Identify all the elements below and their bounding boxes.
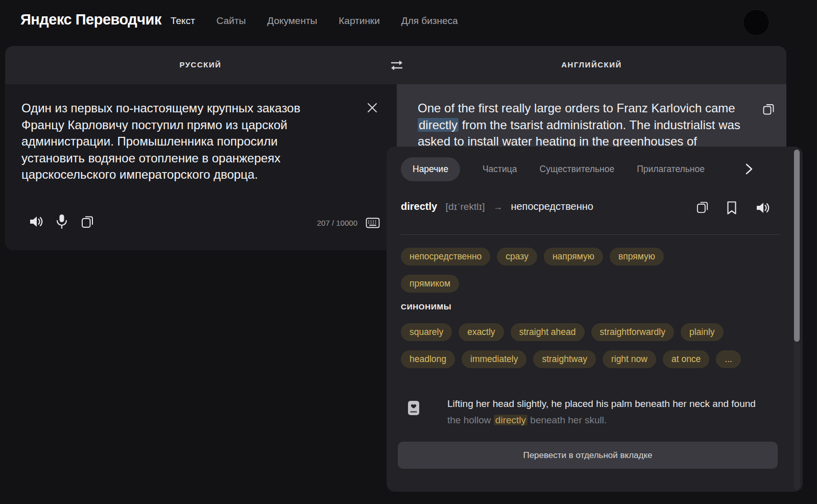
- translation-chip[interactable]: прямиком: [401, 275, 459, 293]
- source-text[interactable]: Один из первых по-настоящему крупных зак…: [21, 100, 328, 183]
- synonym-chip[interactable]: immediately: [462, 350, 526, 368]
- language-bar: РУССКИЙ АНГЛИЙСКИЙ: [5, 46, 786, 84]
- translation-chip[interactable]: напрямую: [544, 248, 603, 266]
- dictionary-popup: Наречие Частица Существительное Прилагат…: [387, 147, 803, 492]
- source-line: Францу Карловичу поступил прямо из царск…: [21, 117, 328, 134]
- entry-word: directly: [401, 201, 437, 212]
- tab-particle[interactable]: Частица: [483, 164, 517, 175]
- copy-source-icon[interactable]: [81, 215, 94, 229]
- top-nav: Текст Сайты Документы Картинки Для бизне…: [171, 15, 458, 27]
- example-highlighted-word: directly: [494, 415, 527, 425]
- translation-chip[interactable]: впрямую: [610, 248, 664, 266]
- translation-chip[interactable]: непосредственно: [401, 248, 490, 266]
- translated-line2: from the tsarist administration. The ind…: [459, 118, 715, 132]
- highlighted-word[interactable]: directly: [418, 118, 459, 132]
- synonym-chip[interactable]: right now: [603, 350, 656, 368]
- listen-source-icon[interactable]: [29, 214, 44, 229]
- example-text: Lifting her head slightly, he placed his…: [447, 396, 777, 428]
- synonym-chip-more[interactable]: ...: [716, 350, 741, 368]
- example-line2: the hollow directly beneath her skull.: [447, 412, 777, 428]
- nav-tab-sites[interactable]: Сайты: [217, 15, 246, 27]
- dictionary-entry: directly [dɪˈrektlɪ] → непосредственно: [401, 201, 789, 218]
- example-before: the hollow: [447, 415, 494, 425]
- synonym-chip[interactable]: squarely: [401, 323, 452, 341]
- bookmark-icon[interactable]: [726, 201, 740, 215]
- listen-entry-icon[interactable]: [755, 201, 770, 215]
- entry-transcription: [dɪˈrektlɪ]: [446, 201, 485, 212]
- popup-scrollbar-thumb[interactable]: [794, 150, 800, 342]
- source-language-button[interactable]: РУССКИЙ: [5, 60, 396, 69]
- open-in-tab-button[interactable]: Перевести в отдельной вкладке: [398, 442, 778, 469]
- synonym-chip[interactable]: at once: [663, 350, 709, 368]
- synonym-chip[interactable]: straightforwardly: [591, 323, 674, 341]
- tab-adjective[interactable]: Прилагательное: [637, 164, 705, 175]
- virtual-keyboard-icon[interactable]: [366, 218, 380, 228]
- translation-chip[interactable]: сразу: [497, 248, 537, 266]
- dictate-microphone-icon[interactable]: [55, 213, 68, 230]
- translated-text[interactable]: One of the first really large orders to …: [418, 100, 756, 150]
- tab-adverb[interactable]: Наречие: [401, 157, 460, 181]
- nav-tab-documents[interactable]: Документы: [267, 15, 317, 27]
- synonym-chip[interactable]: straight ahead: [511, 323, 585, 341]
- synonyms-list: squarely exactly straight ahead straight…: [401, 323, 766, 368]
- translation-variants: непосредственно сразу напрямую впрямую п…: [401, 248, 697, 293]
- synonym-chip[interactable]: straightway: [533, 350, 596, 368]
- copy-entry-icon[interactable]: [696, 201, 710, 215]
- char-counter: 207 / 10000: [271, 219, 357, 227]
- app-logo[interactable]: Яндекс Переводчик: [20, 11, 161, 28]
- example-line1: Lifting her head slightly, he placed his…: [447, 396, 777, 412]
- copy-translation-icon[interactable]: [762, 103, 775, 115]
- nav-tab-images[interactable]: Картинки: [339, 15, 380, 27]
- entry-arrow: →: [493, 202, 502, 212]
- entry-divider: [401, 234, 780, 235]
- example-source-book-icon[interactable]: [408, 400, 419, 416]
- translated-line1: One of the first really large orders to …: [418, 101, 735, 115]
- tab-noun[interactable]: Существительное: [540, 164, 615, 175]
- source-line: администрации. Промышленника попросили: [21, 133, 328, 150]
- nav-tab-business[interactable]: Для бизнеса: [401, 15, 458, 27]
- nav-tab-text[interactable]: Текст: [171, 15, 195, 27]
- entry-main-translation: непосредственно: [511, 201, 593, 212]
- source-line: царскосельского императорского дворца.: [21, 166, 328, 183]
- tabs-scroll-right-icon[interactable]: [744, 162, 754, 176]
- example-after: beneath her skull.: [527, 415, 607, 425]
- pos-tabs: Наречие Частица Существительное Прилагат…: [401, 157, 705, 181]
- synonyms-heading: СИНОНИМЫ: [401, 302, 451, 311]
- source-line: установить водяное отопление в оранжерея…: [21, 150, 328, 167]
- synonym-chip[interactable]: exactly: [459, 323, 503, 341]
- source-line: Один из первых по-настоящему крупных зак…: [21, 100, 328, 117]
- target-language-button[interactable]: АНГЛИЙСКИЙ: [397, 60, 786, 69]
- popup-scrollbar-track[interactable]: [794, 149, 800, 490]
- user-avatar[interactable]: [743, 9, 770, 36]
- clear-text-icon[interactable]: [366, 101, 379, 114]
- synonym-chip[interactable]: headlong: [401, 350, 455, 368]
- synonym-chip[interactable]: plainly: [681, 323, 724, 341]
